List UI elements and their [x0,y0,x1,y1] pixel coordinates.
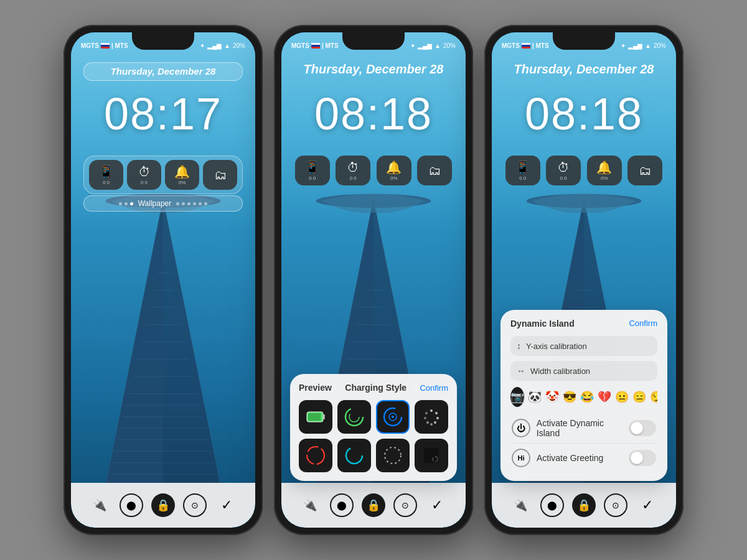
svg-point-43 [349,412,359,422]
check-btn-2[interactable]: ✓ [425,493,449,517]
building-svg-1 [71,156,255,528]
y-axis-label: Y-axis calibration [526,342,587,351]
toggle-btn-3[interactable]: ⬤ [540,493,564,517]
widget-timer-3[interactable]: ⏱0 0 [546,156,581,185]
battery-3: 20% [654,42,666,49]
carrier-3: MGTS [502,42,520,49]
plugin-btn-1[interactable]: 🔌 [88,493,111,517]
charging-style-1[interactable] [299,400,332,434]
wallpaper-label-1: Wallpaper [138,199,172,208]
greeting-toggle-knob [631,452,643,464]
plugin-btn-2[interactable]: 🔌 [298,493,322,517]
emoji-clown[interactable]: 🤡 [545,387,559,407]
charging-style-8[interactable] [415,439,448,472]
widget-notif-2[interactable]: 🔔0% [377,156,411,185]
emoji-panda[interactable]: 🐼 [528,387,542,407]
settings-btn-1[interactable]: ⊙ [183,493,207,517]
popup-confirm-btn[interactable]: Confirm [420,383,448,393]
charging-style-3-selected[interactable] [376,400,410,434]
widget-files-3[interactable]: 🗂 [627,156,662,185]
width-calibration-row[interactable]: ↔ Width calibration [510,361,657,381]
toggle-btn-1[interactable]: ⬤ [120,493,143,517]
phone-3: MGTS | MTS ✦▂▄▆▲ 20% Thursday, December … [484,25,684,535]
width-icon: ↔ [517,366,525,376]
dot-5 [182,202,185,205]
charging-style-5[interactable] [299,439,332,472]
svg-point-50 [434,421,436,424]
charging-style-4[interactable] [415,400,448,434]
lock-btn-2[interactable]: 🔒 [362,493,385,517]
phone-3-screen: MGTS | MTS ✦▂▄▆▲ 20% Thursday, December … [492,32,676,528]
emoji-cool[interactable]: 😎 [563,387,576,407]
svg-rect-41 [308,413,321,421]
activate-greeting-toggle[interactable] [629,450,656,466]
dot-2 [125,202,128,205]
emoji-neutral[interactable]: 😐 [615,387,629,407]
toolbar-3: 🔌 ⬤ 🔒 ⊙ ✓ [492,483,676,528]
time-display-1: 08:17 [71,88,255,139]
activate-di-toggle[interactable] [629,420,656,436]
svg-rect-58 [424,448,439,463]
widget-notif-1[interactable]: 🔔0% [165,160,199,190]
status-bar-1: MGTS | MTS ✦ ▂▄▆ ▲ 20% [71,32,255,55]
widget-phone-1[interactable]: 📱0 0 [89,160,123,190]
check-btn-3[interactable]: ✓ [636,493,659,517]
signal-icon: ▂▄▆ [207,42,222,49]
carrier-2: MGTS [291,42,309,49]
charging-style-7[interactable] [376,439,410,472]
carrier-info-1: MGTS | MTS [81,42,128,49]
toggle-btn-2[interactable]: ⬤ [330,493,354,517]
emoji-laugh[interactable]: 😂 [580,387,594,407]
emoji-expressionless[interactable]: 😑 [632,387,646,407]
widget-row-2: 📱0 0 ⏱0 0 🔔0% 🗂 [294,156,453,185]
date-widget-1: Thursday, December 28 [83,62,243,81]
date-text-1: Thursday, December 28 [111,66,216,77]
di-confirm-btn[interactable]: Confirm [629,319,657,329]
svg-point-48 [435,412,438,414]
emoji-camera[interactable]: 📷 [510,387,524,407]
svg-point-53 [424,417,426,419]
widget-phone-3[interactable]: 📱0 0 [505,156,540,185]
lock-btn-1[interactable]: 🔒 [151,493,175,517]
time-display-2: 08:18 [281,88,466,139]
charging-style-2[interactable] [337,400,371,434]
dot-6 [187,202,190,205]
wallpaper-bar-1[interactable]: Wallpaper [83,195,243,212]
settings-btn-3[interactable]: ⊙ [604,493,627,517]
popup-header: Preview Charging Style Confirm [299,383,448,393]
lock-btn-3[interactable]: 🔒 [572,493,596,517]
width-calibration-label: Width calibration [530,366,590,376]
widget-notif-3[interactable]: 🔔0% [587,156,622,185]
check-btn-1[interactable]: ✓ [215,493,238,517]
status-icons-1: ✦ ▂▄▆ ▲ 20% [200,42,245,49]
phone-2-screen: MGTS | MTS ✦▂▄▆▲ 20% Thursday, December … [281,32,466,528]
settings-btn-2[interactable]: ⊙ [393,493,417,517]
wifi-icon: ▲ [224,42,230,49]
svg-point-52 [426,421,429,424]
toggle-greeting-left: Hi Activate Greeting [512,449,603,467]
y-axis-icon: ↕ [517,341,521,351]
greeting-icon: Hi [518,454,525,462]
carrier2-3: | MTS [532,42,549,49]
widget-phone-2[interactable]: 📱0 0 [295,156,330,185]
widget-timer-2[interactable]: ⏱0 0 [336,156,370,185]
y-axis-calibration-row[interactable]: ↕ Y-axis calibration [510,336,657,356]
emoji-heartbreak[interactable]: 💔 [598,387,611,407]
svg-point-42 [345,408,363,426]
widget-files-1[interactable]: 🗂 [203,160,237,190]
time-text-1: 08:17 [104,89,222,139]
activate-greeting-label: Activate Greeting [537,453,603,463]
date-display-2: Thursday, December 28 [281,62,466,77]
carrier-1: MGTS [81,42,99,49]
dot-4 [176,202,179,205]
charging-style-6[interactable] [337,439,371,472]
widget-timer-1[interactable]: ⏱0 0 [127,160,161,190]
svg-point-47 [430,409,433,412]
svg-point-54 [425,412,428,414]
plugin-btn-3[interactable]: 🔌 [509,493,532,517]
toggle-dynamic-island-row: ⏻ Activate Dynamic Island [510,413,657,444]
widget-files-2[interactable]: 🗂 [417,156,452,185]
emoji-smirk[interactable]: 😏 [650,387,657,407]
time-text-2: 08:18 [314,89,433,139]
charging-grid [299,400,448,472]
